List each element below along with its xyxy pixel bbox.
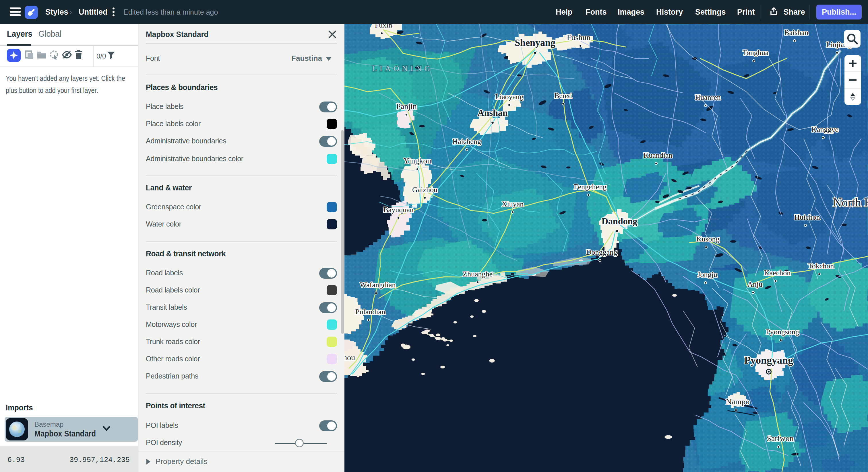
svg-text:Jongju: Jongju (697, 270, 717, 279)
svg-text:Kanggye: Kanggye (811, 125, 838, 134)
svg-text:Kuandian: Kuandian (643, 151, 672, 160)
svg-text:Fuxin: Fuxin (375, 24, 392, 29)
svg-text:Donggang: Donggang (586, 248, 617, 256)
svg-text:Xiuyan: Xiuyan (502, 200, 524, 208)
svg-text:Kusong: Kusong (696, 235, 720, 243)
svg-text:Haicheng: Haicheng (453, 137, 481, 146)
svg-text:Dandong: Dandong (601, 216, 638, 226)
svg-text:Anju: Anju (747, 280, 763, 289)
svg-text:Fengcheng: Fengcheng (574, 183, 607, 191)
svg-text:Zhuanghe: Zhuanghe (463, 270, 493, 278)
svg-text:hou: hou (344, 353, 355, 362)
svg-text:Shenyang: Shenyang (515, 37, 555, 48)
svg-text:Anshan: Anshan (477, 107, 508, 118)
svg-text:LIAONING: LIAONING (372, 64, 433, 73)
svg-text:Tonghua: Tonghua (743, 48, 769, 57)
svg-text:Gaizhou: Gaizhou (412, 186, 437, 194)
svg-text:Pulandian: Pulandian (355, 308, 385, 316)
svg-text:Huanren: Huanren (695, 93, 721, 102)
svg-text:Kaechon: Kaechon (764, 269, 790, 277)
svg-text:Benxi: Benxi (554, 92, 572, 100)
svg-text:Fushun: Fushun (567, 33, 590, 42)
svg-text:Panjin: Panjin (396, 102, 417, 111)
svg-text:Tokchon: Tokchon (808, 262, 834, 270)
svg-text:Pyongyang: Pyongyang (744, 355, 793, 366)
svg-text:Sariwon: Sariwon (767, 434, 794, 443)
svg-text:North Ko: North Ko (833, 196, 868, 209)
svg-text:Bayuquan: Bayuquan (383, 206, 413, 214)
svg-text:Baishan: Baishan (784, 28, 808, 37)
svg-text:Liaoyang: Liaoyang (495, 93, 523, 101)
svg-text:Huichon: Huichon (794, 213, 820, 222)
svg-text:Pyongsong: Pyongsong (766, 328, 799, 336)
svg-text:Nampo: Nampo (726, 397, 749, 406)
svg-text:Wafangdian: Wafangdian (360, 281, 396, 289)
svg-text:Yingkou: Yingkou (404, 156, 431, 165)
